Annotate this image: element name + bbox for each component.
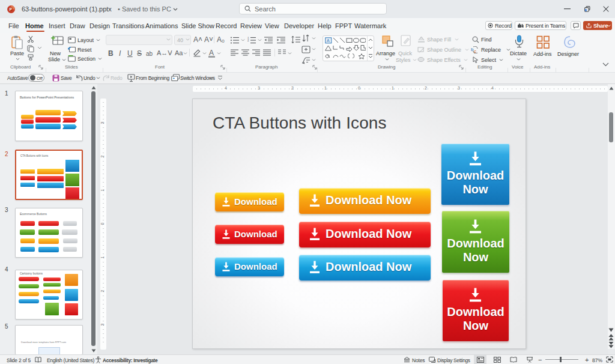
svg-text:A: A — [327, 38, 330, 43]
svg-text:2: 2 — [247, 39, 249, 42]
svg-text:P: P — [9, 7, 12, 11]
